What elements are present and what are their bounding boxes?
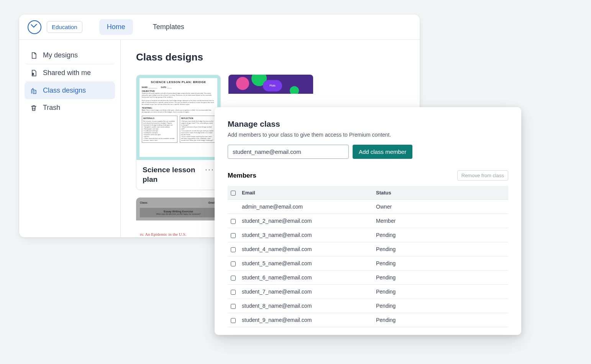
member-email: admin_name@email.com [239,200,373,214]
svg-point-0 [33,73,34,74]
table-row: student_5_name@email.comPending [228,256,508,271]
select-all-checkbox[interactable] [231,191,236,196]
member-status: Pending [373,242,508,256]
table-row: student_8_name@email.comPending [228,299,508,313]
sidebar-item-trash[interactable]: Trash [25,99,115,116]
member-email: student_3_name@email.com [239,228,373,242]
tab-home[interactable]: Home [99,19,133,35]
member-email: student_2_name@email.com [239,214,373,228]
member-status: Pending [373,228,508,242]
row-checkbox[interactable] [231,247,236,252]
tab-templates[interactable]: Templates [145,19,192,35]
member-email: student_6_name@email.com [239,271,373,285]
row-checkbox[interactable] [231,219,236,224]
page-title: Class designs [136,51,404,63]
member-status: Pending [373,256,508,271]
member-status: Pending [373,285,508,299]
table-row: student_9_name@email.comPending [228,313,508,327]
member-email: student_5_name@email.com [239,256,373,271]
shared-icon [30,69,38,77]
sidebar-item-label: Shared with me [43,69,91,77]
plan-tag[interactable]: Education [47,21,82,33]
row-checkbox[interactable] [231,290,236,295]
design-card[interactable]: rs: An Epidemic in the U.S. ng millions … [136,228,221,237]
sidebar-item-label: Trash [43,104,60,112]
card-more-button[interactable]: ··· [205,165,214,174]
sidebar-item-label: Class designs [43,87,86,95]
table-row: student_6_name@email.comPending [228,271,508,285]
design-card[interactable]: Class:Grade: Essay Writing ExerciseWhen … [136,198,221,220]
member-email: student_8_name@email.com [239,299,373,313]
members-table: Email Status admin_name@email.comOwnerst… [228,186,508,327]
add-class-member-button[interactable]: Add class member [353,145,412,159]
member-email: student_7_name@email.com [239,285,373,299]
sidebar-item-shared[interactable]: Shared with me [25,64,115,82]
sidebar-item-my-designs[interactable]: My designs [25,47,115,64]
building-icon [30,87,38,95]
row-checkbox[interactable] [231,276,236,281]
logo-icon [28,20,41,34]
column-header-email: Email [239,186,373,200]
sidebar-item-label: My designs [43,51,78,59]
member-status: Member [373,214,508,228]
row-checkbox[interactable] [231,261,236,266]
card-thumbnail: Class:Grade: Essay Writing ExerciseWhen … [136,198,221,220]
row-checkbox[interactable] [231,233,236,238]
topbar: Education Home Templates [19,15,420,40]
member-status: Pending [373,299,508,313]
member-status: Pending [373,271,508,285]
email-input[interactable] [228,145,349,159]
sidebar: My designs Shared with me Class designs … [19,40,121,237]
modal-title: Manage class [228,119,508,129]
column-header-status: Status [373,186,508,200]
design-card[interactable]: SCIENCE LESSON PLAN: BRIDGE NAME: ______… [136,75,221,190]
trash-icon [30,104,38,112]
card-title: Science lesson plan [143,165,205,184]
row-checkbox[interactable] [231,318,236,323]
table-row: student_7_name@email.comPending [228,285,508,299]
table-row: student_3_name@email.comPending [228,228,508,242]
design-card[interactable]: Plots [228,75,313,94]
modal-subtitle: Add members to your class to give them a… [228,132,508,138]
table-row: student_2_name@email.comMember [228,214,508,228]
row-checkbox[interactable] [231,304,236,309]
manage-class-modal: Manage class Add members to your class t… [215,107,521,335]
remove-from-class-button[interactable]: Remove from class [457,170,508,181]
card-thumbnail: SCIENCE LESSON PLAN: BRIDGE NAME: ______… [136,75,220,160]
member-status: Pending [373,313,508,327]
table-row: admin_name@email.comOwner [228,200,508,214]
table-row: student_4_name@email.comPending [228,242,508,256]
members-heading: Members [228,172,256,180]
file-icon [30,52,38,59]
member-email: student_9_name@email.com [239,313,373,327]
member-status: Owner [373,200,508,214]
member-email: student_4_name@email.com [239,242,373,256]
sidebar-item-class-designs[interactable]: Class designs [25,82,115,99]
